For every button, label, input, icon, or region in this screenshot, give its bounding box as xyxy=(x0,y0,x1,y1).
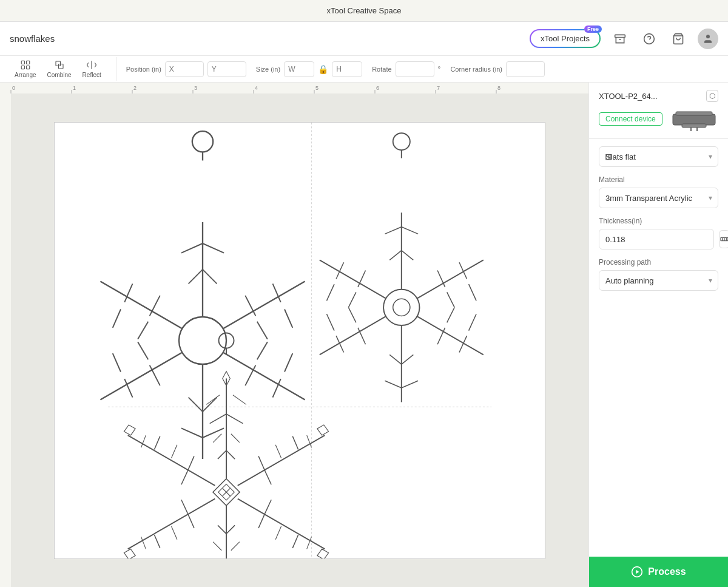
svg-line-128 xyxy=(292,436,298,449)
combine-button[interactable]: Combine xyxy=(42,57,76,81)
svg-line-52 xyxy=(189,397,203,411)
thickness-measure-button[interactable] xyxy=(719,230,728,248)
process-button[interactable]: Process xyxy=(589,557,728,587)
svg-text:3: 3 xyxy=(194,85,197,91)
svg-point-68 xyxy=(383,289,419,325)
canvas-white[interactable] xyxy=(54,122,545,559)
svg-line-63 xyxy=(138,321,148,339)
svg-line-80 xyxy=(417,316,484,355)
xtool-projects-button[interactable]: xTool Projects Free xyxy=(530,29,601,48)
svg-line-55 xyxy=(203,428,224,438)
device-name: XTOOL-P2_64... xyxy=(599,92,658,101)
svg-rect-6 xyxy=(26,61,29,64)
svg-line-127 xyxy=(275,444,281,458)
help-icon-button[interactable] xyxy=(639,29,659,49)
free-badge: Free xyxy=(584,25,602,33)
svg-line-136 xyxy=(128,498,215,549)
svg-line-118 xyxy=(213,541,221,550)
svg-line-131 xyxy=(258,513,265,528)
svg-line-143 xyxy=(187,456,194,471)
process-play-icon xyxy=(631,566,643,578)
svg-line-117 xyxy=(226,525,235,534)
size-label: Size (in) xyxy=(256,66,280,73)
svg-line-94 xyxy=(326,314,334,330)
xtool-projects-label: xTool Projects xyxy=(541,34,590,43)
toolbar-group-tools: Arrange Combine Reflect xyxy=(10,57,116,81)
position-y-input[interactable] xyxy=(207,61,246,77)
svg-rect-7 xyxy=(21,66,24,69)
svg-line-139 xyxy=(172,526,177,539)
svg-rect-0 xyxy=(615,35,625,37)
device-header: XTOOL-P2_64... ⬡ xyxy=(599,90,718,102)
svg-line-72 xyxy=(402,250,414,260)
lock-icon[interactable]: 🔒 xyxy=(318,64,328,74)
size-w-input[interactable] xyxy=(284,61,314,77)
svg-line-134 xyxy=(292,534,298,548)
expand-icon[interactable]: ⬡ xyxy=(706,90,718,102)
arrange-button[interactable]: Arrange xyxy=(10,57,41,81)
svg-rect-150 xyxy=(682,124,706,127)
thickness-input-row xyxy=(599,229,718,249)
slats-flat-select[interactable]: Slats flat xyxy=(599,146,718,167)
canvas-viewport[interactable] xyxy=(11,93,588,587)
processing-path-wrapper: Auto planning ▾ xyxy=(599,270,718,291)
rotate-input[interactable] xyxy=(396,61,434,77)
archive-icon-button[interactable] xyxy=(610,29,630,49)
svg-rect-8 xyxy=(26,66,29,69)
svg-line-60 xyxy=(113,353,121,372)
processing-path-label: Processing path xyxy=(599,258,718,266)
svg-line-43 xyxy=(257,321,268,339)
position-x-input[interactable] xyxy=(165,61,204,77)
svg-line-111 xyxy=(210,413,226,423)
user-avatar-button[interactable] xyxy=(698,29,718,49)
svg-text:1: 1 xyxy=(73,85,76,91)
svg-line-90 xyxy=(320,316,386,355)
combine-label: Combine xyxy=(47,72,72,78)
svg-marker-158 xyxy=(636,570,639,574)
corner-radius-group: Corner radius (in) xyxy=(450,61,545,77)
svg-line-61 xyxy=(100,281,182,328)
svg-text:6: 6 xyxy=(376,85,379,91)
svg-line-84 xyxy=(469,314,476,330)
svg-line-116 xyxy=(218,525,226,534)
thickness-row: Thickness(in) xyxy=(599,217,718,249)
svg-point-66 xyxy=(393,133,410,150)
svg-line-137 xyxy=(187,513,194,528)
arrange-label: Arrange xyxy=(15,72,36,78)
svg-rect-149 xyxy=(676,112,712,115)
svg-line-40 xyxy=(203,243,224,253)
svg-line-50 xyxy=(285,353,292,372)
material-select[interactable]: 3mm Transparent Acrylic xyxy=(599,188,718,208)
svg-rect-5 xyxy=(21,61,24,64)
svg-line-114 xyxy=(233,395,246,404)
processing-path-select[interactable]: Auto planning xyxy=(599,270,718,291)
canvas-area[interactable]: 0 1 2 3 4 5 6 7 8 xyxy=(0,83,588,587)
snowflake-2 xyxy=(320,133,484,402)
svg-line-53 xyxy=(203,397,217,411)
corner-radius-label: Corner radius (in) xyxy=(450,66,502,73)
svg-text:7: 7 xyxy=(437,85,440,91)
snowflake-1 xyxy=(100,131,305,459)
svg-line-86 xyxy=(389,355,402,364)
svg-line-41 xyxy=(223,281,305,328)
svg-line-92 xyxy=(348,307,356,322)
svg-line-77 xyxy=(447,292,454,307)
material-wrapper: 3mm Transparent Acrylic ▾ xyxy=(599,188,718,208)
nav-right: xTool Projects Free xyxy=(530,29,718,49)
app-title: xTool Creative Space xyxy=(327,6,402,15)
svg-line-79 xyxy=(469,284,476,300)
svg-line-87 xyxy=(402,355,414,364)
svg-rect-10 xyxy=(58,64,63,69)
connect-device-button[interactable]: Connect device xyxy=(599,112,662,126)
process-label: Process xyxy=(648,566,686,577)
svg-line-89 xyxy=(402,381,418,388)
svg-line-133 xyxy=(275,526,281,539)
snowflakes-canvas xyxy=(55,123,545,558)
size-h-input[interactable] xyxy=(332,61,362,77)
vertical-ruler xyxy=(0,93,11,587)
reflect-button[interactable]: Reflect xyxy=(78,57,106,81)
cart-icon-button[interactable] xyxy=(669,29,688,49)
svg-text:4: 4 xyxy=(255,85,258,91)
corner-radius-input[interactable] xyxy=(506,61,545,77)
thickness-input[interactable] xyxy=(599,229,714,249)
